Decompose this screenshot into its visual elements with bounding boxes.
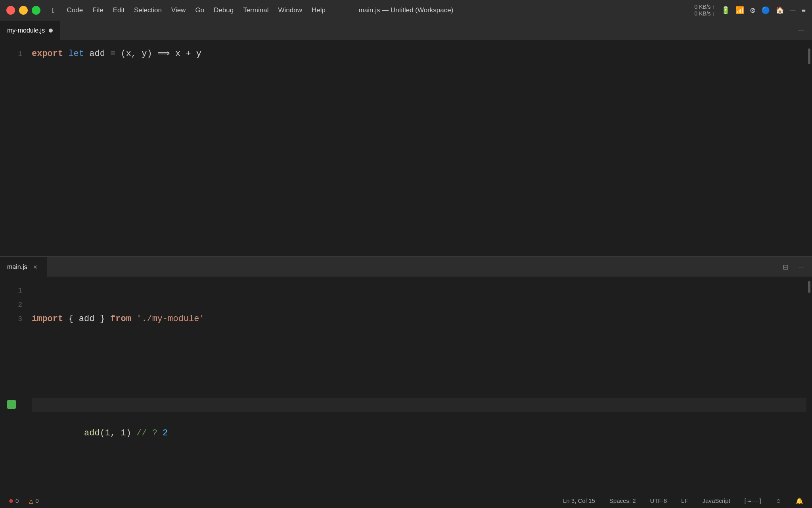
- menu-go[interactable]: Go: [191, 5, 208, 16]
- warnings-indicator[interactable]: △ 0: [27, 496, 41, 505]
- bottom-scrollbar-thumb[interactable]: [808, 281, 810, 293]
- bottom-code-content[interactable]: import { add } from './my-module' add(1,…: [32, 277, 806, 493]
- bottom-line-numbers: 1 2 3: [0, 277, 32, 493]
- maximize-button[interactable]: [32, 6, 40, 15]
- bottom-scrollbar[interactable]: [806, 277, 812, 493]
- line-ending-label: LF: [681, 497, 688, 504]
- bell-icon: 🔔: [796, 497, 803, 504]
- bottom-editor-pane: main.js ✕ ⊟ ··· 1 2 3 import { add } fro…: [0, 257, 812, 493]
- network-status: 0 KB/s ↑0 KB/s ↓: [694, 4, 715, 17]
- bottom-tab-bar-actions: ⊟ ···: [775, 257, 812, 277]
- quokka-badge: [7, 400, 16, 409]
- menu-view[interactable]: View: [167, 5, 190, 16]
- tab-main-js[interactable]: main.js ✕: [0, 257, 47, 277]
- bottom-more-actions-icon[interactable]: ···: [797, 261, 806, 273]
- notifications-icon[interactable]: 🔔: [793, 496, 806, 505]
- window-title: main.js — Untitled (Workspace): [359, 6, 454, 14]
- cursor-position-label: Ln 3, Col 15: [563, 497, 595, 504]
- error-count: 0: [15, 497, 19, 504]
- encoding[interactable]: UTF-8: [648, 496, 670, 505]
- warning-count: 0: [35, 497, 38, 504]
- menu-extra-icon: ≡: [801, 6, 806, 15]
- top-scrollbar[interactable]: [806, 40, 812, 256]
- menu-code[interactable]: Code: [63, 5, 87, 16]
- indentation[interactable]: Spaces: 2: [607, 496, 638, 505]
- status-bar: ⊗ 0 △ 0 Ln 3, Col 15 Spaces: 2 UTF-8 LF …: [0, 493, 812, 508]
- language-mode[interactable]: JavaScript: [700, 496, 733, 505]
- top-scrollbar-thumb[interactable]: [808, 48, 810, 64]
- smiley-icon[interactable]: ☺: [773, 496, 784, 505]
- errors-indicator[interactable]: ⊗ 0: [6, 496, 21, 505]
- menu-terminal[interactable]: Terminal: [239, 5, 272, 16]
- finder-icon: 🏠: [776, 6, 784, 15]
- menu-selection[interactable]: Selection: [130, 5, 166, 16]
- apple-menu[interactable]: : [48, 5, 59, 16]
- airdrop-icon: 🔵: [761, 6, 770, 15]
- tab-modified-dot: [49, 29, 53, 33]
- status-right: Ln 3, Col 15 Spaces: 2 UTF-8 LF JavaScri…: [561, 496, 806, 505]
- top-tab-bar: my-module.js ···: [0, 21, 812, 40]
- line-ending[interactable]: LF: [679, 496, 691, 505]
- bottom-tab-bar: main.js ✕ ⊟ ···: [0, 257, 812, 277]
- cursor-position[interactable]: Ln 3, Col 15: [561, 496, 598, 505]
- top-code-content[interactable]: export let add = (x, y) ⟹ x + y: [32, 40, 806, 256]
- wifi-icon: 📶: [735, 6, 744, 15]
- error-icon: ⊗: [9, 498, 13, 504]
- dnd-icon: ⊗: [750, 6, 756, 15]
- more-actions-icon[interactable]: ···: [797, 25, 806, 36]
- tab-main-js-label: main.js: [7, 264, 27, 271]
- tab-close-button[interactable]: ✕: [31, 263, 39, 271]
- split-editor-icon[interactable]: ⊟: [781, 261, 790, 273]
- minimize-button[interactable]: [19, 6, 28, 15]
- feedback-indicator[interactable]: [-=----]: [742, 496, 764, 505]
- bottom-code-editor[interactable]: 1 2 3 import { add } from './my-module' …: [0, 277, 812, 493]
- tab-my-module-label: my-module.js: [7, 27, 45, 34]
- tab-my-module[interactable]: my-module.js: [0, 21, 60, 40]
- menu-help[interactable]: Help: [308, 5, 329, 16]
- editor-container: my-module.js ··· 1 export let add = (x, …: [0, 21, 812, 493]
- title-bar:  Code File Edit Selection View Go Debug…: [0, 0, 812, 21]
- top-line-numbers: 1: [0, 40, 32, 256]
- feedback-label: [-=----]: [745, 497, 761, 504]
- title-bar-right: 0 KB/s ↑0 KB/s ↓ 🔋 📶 ⊗ 🔵 🏠 ··· ≡: [694, 4, 806, 17]
- more-icon[interactable]: ···: [790, 6, 796, 15]
- status-left: ⊗ 0 △ 0: [6, 496, 41, 505]
- menu-edit[interactable]: Edit: [109, 5, 128, 16]
- system-icons: 🔋 📶 ⊗ 🔵 🏠 ··· ≡: [721, 6, 806, 15]
- menu-debug[interactable]: Debug: [210, 5, 237, 16]
- smiley: ☺: [776, 497, 781, 504]
- indentation-label: Spaces: 2: [609, 497, 636, 504]
- close-button[interactable]: [6, 6, 15, 15]
- battery-icon: 🔋: [721, 6, 730, 15]
- menu-window[interactable]: Window: [274, 5, 306, 16]
- top-code-editor[interactable]: 1 export let add = (x, y) ⟹ x + y: [0, 40, 812, 256]
- traffic-lights: [6, 6, 40, 15]
- top-editor-pane: my-module.js ··· 1 export let add = (x, …: [0, 21, 812, 257]
- menu-file[interactable]: File: [88, 5, 107, 16]
- encoding-label: UTF-8: [650, 497, 667, 504]
- top-tab-bar-actions: ···: [790, 21, 812, 40]
- warning-icon: △: [29, 498, 33, 504]
- language-label: JavaScript: [703, 497, 730, 504]
